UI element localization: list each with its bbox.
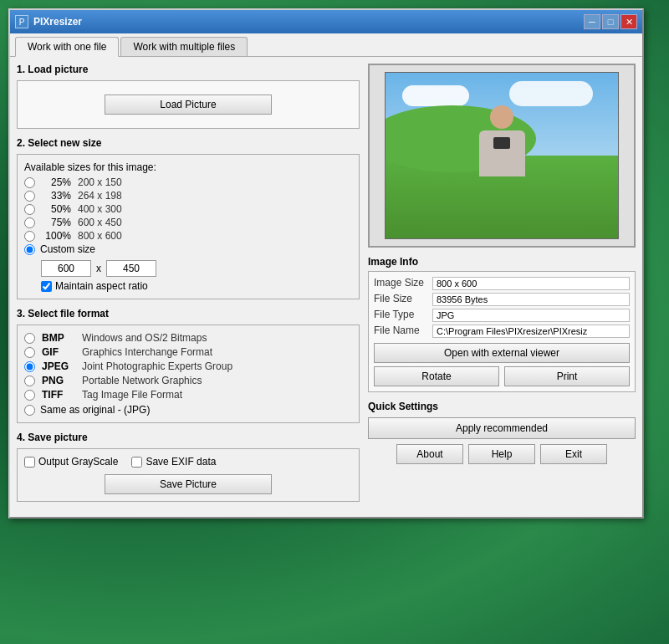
minimize-button[interactable]: ─ [584, 14, 600, 29]
format-name-png: PNG [42, 375, 75, 386]
aspect-ratio-label: Maintain aspect ratio [55, 280, 148, 292]
format-desc-bmp: Windows and OS/2 Bitmaps [82, 332, 207, 344]
print-button[interactable]: Print [504, 366, 630, 386]
format-box: BMP Windows and OS/2 Bitmaps GIF Graphic… [17, 325, 360, 423]
size-radio-33[interactable] [24, 191, 35, 202]
format-desc-jpeg: Joint Photographic Experts Group [82, 360, 232, 372]
file-size-value: 83956 Bytes [432, 293, 630, 306]
save-picture-button[interactable]: Save Picture [105, 474, 272, 494]
size-pct-75: 75% [42, 217, 71, 228]
size-pct-33: 33% [42, 190, 71, 202]
format-row-png: PNG Portable Network Graphics [24, 375, 352, 386]
size-row-33: 33% 264 x 198 [24, 190, 352, 202]
right-panel: Image Info Image Size 800 x 600 File Siz… [368, 64, 636, 510]
image-info-box: Image Size 800 x 600 File Size 83956 Byt… [368, 271, 636, 392]
tab-one-file[interactable]: Work with one file [15, 37, 119, 57]
format-row-gif: GIF Graphics Interchange Format [24, 346, 352, 358]
same-as-label: Same as original - (JPG) [40, 404, 150, 416]
info-row-filename: File Name C:\Program Files\PIXresizer\PI… [374, 325, 630, 338]
grayscale-label: Output GrayScale [38, 456, 118, 468]
format-name-gif: GIF [42, 346, 75, 358]
grayscale-option: Output GrayScale [24, 456, 118, 468]
format-radio-same[interactable] [24, 405, 35, 416]
format-radio-png[interactable] [24, 376, 35, 386]
tab-multiple-files[interactable]: Work with multiple files [120, 37, 248, 56]
size-radio-50[interactable] [24, 204, 35, 215]
custom-size-wrapper: x Maintain aspect ratio [24, 260, 352, 292]
format-radio-bmp[interactable] [24, 333, 35, 344]
exit-button[interactable]: Exit [540, 444, 607, 464]
size-radio-75[interactable] [24, 217, 35, 228]
size-dims-25: 200 x 150 [78, 176, 122, 188]
sizes-box: Available sizes for this image: 25% 200 … [17, 154, 360, 299]
info-row-size: Image Size 800 x 600 [374, 277, 630, 290]
x-separator: x [96, 263, 101, 274]
size-section: 2. Select new size Available sizes for t… [17, 137, 360, 299]
format-radio-tiff[interactable] [24, 390, 35, 401]
size-section-title: 2. Select new size [17, 137, 360, 149]
preview-cloud1 [402, 85, 469, 106]
main-content: 1. Load picture Load Picture 2. Select n… [10, 57, 642, 517]
format-desc-gif: Graphics Interchange Format [82, 346, 212, 358]
size-radio-100[interactable] [24, 231, 35, 242]
about-button[interactable]: About [396, 444, 463, 464]
format-desc-png: Portable Network Graphics [82, 375, 202, 386]
format-radio-jpeg[interactable] [24, 361, 35, 372]
grayscale-checkbox[interactable] [24, 457, 35, 468]
rotate-button[interactable]: Rotate [374, 366, 499, 386]
apply-recommended-button[interactable]: Apply recommended [368, 417, 636, 439]
format-row-tiff: TIFF Tag Image File Format [24, 389, 352, 401]
height-input[interactable] [106, 260, 156, 277]
image-info-section: Image Info Image Size 800 x 600 File Siz… [368, 256, 636, 392]
rotate-print-buttons: Rotate Print [374, 366, 630, 386]
info-row-filetype: File Type JPG [374, 309, 630, 322]
size-pct-100: 100% [42, 230, 71, 242]
save-box: Output GrayScale Save EXIF data Save Pic… [17, 448, 360, 502]
title-bar: P PIXresizer ─ □ ✕ [10, 10, 642, 33]
save-section: 4. Save picture Output GrayScale Save EX… [17, 432, 360, 502]
format-section: 3. Select file format BMP Windows and OS… [17, 308, 360, 423]
window-title: PIXresizer [33, 16, 82, 28]
preview-box [368, 64, 636, 248]
save-section-title: 4. Save picture [17, 432, 360, 443]
close-button[interactable]: ✕ [620, 14, 637, 29]
load-section-title: 1. Load picture [17, 64, 360, 75]
bottom-buttons: About Help Exit [368, 444, 636, 464]
format-desc-tiff: Tag Image File Format [82, 389, 182, 401]
help-button[interactable]: Help [468, 444, 535, 464]
size-row-50: 50% 400 x 300 [24, 203, 352, 215]
size-row-25: 25% 200 x 150 [24, 176, 352, 188]
action-buttons: Open with external viewer [374, 343, 630, 363]
size-row-75: 75% 600 x 450 [24, 217, 352, 228]
size-row-100: 100% 800 x 600 [24, 230, 352, 242]
title-bar-left: P PIXresizer [15, 15, 82, 28]
format-row-jpeg: JPEG Joint Photographic Experts Group [24, 360, 352, 372]
file-size-label: File Size [374, 293, 432, 306]
preview-image [385, 72, 619, 239]
size-pct-25: 25% [42, 176, 71, 188]
exif-label: Save EXIF data [146, 456, 216, 468]
open-external-button[interactable]: Open with external viewer [374, 343, 630, 363]
exif-checkbox[interactable] [131, 457, 142, 468]
file-name-value: C:\Program Files\PIXresizer\PIXresiz [432, 325, 630, 338]
size-dims-50: 400 x 300 [78, 203, 122, 215]
left-panel: 1. Load picture Load Picture 2. Select n… [17, 64, 360, 510]
size-pct-50: 50% [42, 203, 71, 215]
width-input[interactable] [41, 260, 91, 277]
aspect-ratio-checkbox[interactable] [41, 281, 52, 292]
quick-settings-title: Quick Settings [368, 401, 636, 412]
maximize-button[interactable]: □ [602, 14, 619, 29]
load-picture-button[interactable]: Load Picture [105, 95, 272, 115]
size-radio-25[interactable] [24, 177, 35, 188]
custom-size-label: Custom size [40, 243, 95, 255]
person-camera [493, 137, 510, 149]
save-options: Output GrayScale Save EXIF data [24, 456, 352, 468]
format-name-jpeg: JPEG [42, 360, 75, 372]
app-icon: P [15, 15, 28, 28]
format-radio-gif[interactable] [24, 347, 35, 358]
title-buttons: ─ □ ✕ [584, 14, 637, 29]
image-size-value: 800 x 600 [432, 277, 630, 290]
available-sizes-label: Available sizes for this image: [24, 161, 352, 173]
file-type-value: JPG [432, 309, 630, 322]
size-radio-custom[interactable] [24, 244, 35, 255]
